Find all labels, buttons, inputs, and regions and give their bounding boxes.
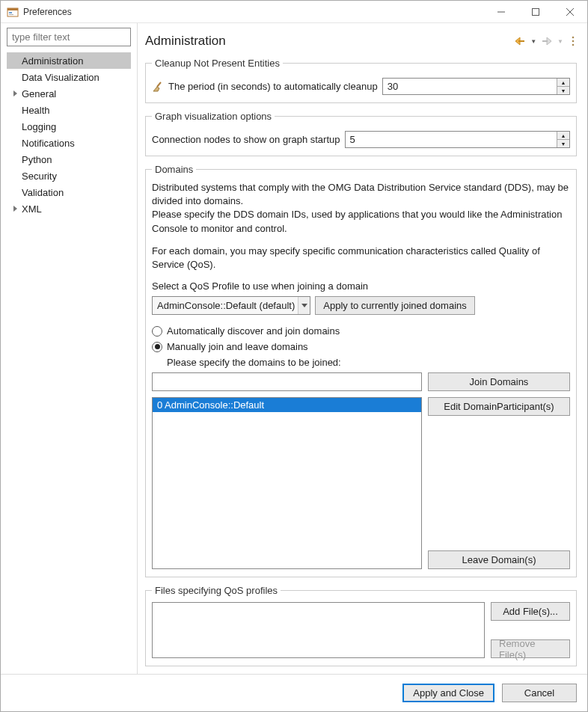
domains-group: Domains Distributed systems that comply … (145, 164, 577, 577)
qos-files-group: Files specifying QoS profiles Add File(s… (145, 585, 577, 666)
content: Administration ▼ ▼ Cleanup Not Present E… (138, 23, 587, 674)
add-files-button[interactable]: Add File(s)... (491, 602, 570, 621)
qos-select-label: Select a QoS Profile to use when joining… (152, 280, 570, 292)
graph-spinner[interactable]: ▲ ▼ (345, 131, 570, 148)
domain-id-input[interactable] (152, 372, 422, 391)
radio-auto-discover[interactable]: Automatically discover and join domains (152, 325, 570, 337)
svg-rect-3 (9, 14, 13, 15)
svg-point-10 (572, 37, 575, 39)
page-title: Administration (145, 34, 512, 49)
apply-and-close-button[interactable]: Apply and Close (402, 684, 494, 702)
chevron-down-icon (298, 297, 310, 314)
header-nav-icons: ▼ ▼ (512, 34, 577, 48)
domains-legend: Domains (152, 164, 196, 175)
back-dropdown-icon[interactable]: ▼ (530, 38, 536, 45)
sidebar-item-label: Security (22, 171, 57, 182)
svg-rect-1 (7, 8, 18, 10)
main-area: AdministrationData VisualizationGeneralH… (1, 23, 587, 674)
svg-rect-5 (533, 9, 539, 16)
graph-legend: Graph visualization options (152, 111, 275, 122)
back-button[interactable] (512, 34, 527, 48)
svg-point-11 (572, 40, 575, 43)
remove-files-button: Remove File(s) (491, 639, 570, 658)
svg-rect-2 (9, 12, 12, 13)
joined-domains-list[interactable]: 0 AdminConsole::Default (152, 397, 422, 569)
minimize-button[interactable] (484, 1, 518, 23)
spinner-up-icon[interactable]: ▲ (557, 132, 569, 140)
domains-desc: Distributed systems that comply with the… (152, 181, 570, 236)
radio-manual-join[interactable]: Manually join and leave domains (152, 341, 570, 352)
spinner-down-icon[interactable]: ▼ (557, 140, 569, 147)
apply-to-domains-button[interactable]: Apply to currently joined domains (315, 296, 475, 315)
sidebar-item-xml[interactable]: XML (7, 200, 131, 217)
titlebar: Preferences (1, 1, 587, 23)
sidebar-item-label: Administration (22, 55, 83, 67)
sidebar-item-label: Notifications (22, 138, 75, 149)
qos-profile-combo[interactable]: AdminConsole::Default (default) (152, 296, 310, 315)
menu-icon[interactable] (569, 35, 577, 47)
forward-button[interactable] (539, 34, 554, 48)
window-title: Preferences (23, 7, 484, 17)
leave-domains-button[interactable]: Leave Domain(s) (428, 550, 570, 569)
graph-label: Connection nodes to show on graph startu… (152, 134, 340, 145)
qos-files-list[interactable] (152, 602, 485, 658)
sidebar-item-label: XML (22, 203, 42, 215)
radio-icon (152, 326, 162, 337)
filter-input[interactable] (7, 28, 131, 46)
sidebar-item-general[interactable]: General (7, 85, 131, 102)
category-tree: AdministrationData VisualizationGeneralH… (7, 52, 131, 217)
window-buttons (484, 1, 587, 22)
edit-participant-button[interactable]: Edit DomainParticipant(s) (428, 397, 570, 416)
cleanup-spinner[interactable]: ▲ ▼ (382, 78, 570, 95)
sidebar-item-label: Health (22, 105, 50, 116)
page-header: Administration ▼ ▼ (145, 31, 577, 52)
svg-line-13 (157, 82, 161, 87)
footer: Apply and Close Cancel (1, 674, 587, 711)
domain-list-item[interactable]: 0 AdminConsole::Default (153, 398, 421, 412)
radio-icon (152, 342, 162, 352)
specify-domains-label: Please specify the domains to be joined: (152, 357, 570, 368)
spinner-down-icon[interactable]: ▼ (557, 87, 569, 94)
sidebar-item-health[interactable]: Health (7, 102, 131, 118)
cleanup-legend: Cleanup Not Present Entities (152, 58, 283, 69)
sidebar-item-data-visualization[interactable]: Data Visualization (7, 69, 131, 85)
broom-icon (152, 81, 164, 93)
join-domains-button[interactable]: Join Domains (428, 372, 570, 391)
cleanup-value[interactable] (383, 79, 557, 94)
sidebar-item-security[interactable]: Security (7, 168, 131, 184)
sidebar-item-logging[interactable]: Logging (7, 118, 131, 135)
qos-files-legend: Files specifying QoS profiles (152, 585, 281, 596)
domains-qos-desc: For each domain, you may specify specifi… (152, 245, 570, 271)
sidebar-item-notifications[interactable]: Notifications (7, 135, 131, 151)
cleanup-group: Cleanup Not Present Entities The period … (145, 58, 577, 103)
chevron-right-icon (11, 90, 20, 96)
svg-point-12 (572, 44, 575, 46)
cleanup-label: The period (in seconds) to automatically… (168, 81, 378, 92)
sidebar-item-label: Data Visualization (22, 72, 99, 83)
sidebar-item-label: Python (22, 154, 52, 165)
cancel-button[interactable]: Cancel (502, 684, 577, 702)
maximize-button[interactable] (518, 1, 553, 23)
radio-manual-label: Manually join and leave domains (167, 341, 308, 352)
chevron-right-icon (11, 206, 20, 212)
sidebar-item-label: Validation (22, 187, 64, 198)
app-icon (7, 6, 19, 18)
spinner-up-icon[interactable]: ▲ (557, 79, 569, 87)
sidebar: AdministrationData VisualizationGeneralH… (1, 23, 138, 674)
forward-dropdown-icon[interactable]: ▼ (557, 38, 563, 45)
graph-value[interactable] (346, 132, 557, 147)
sidebar-item-python[interactable]: Python (7, 151, 131, 168)
graph-group: Graph visualization options Connection n… (145, 111, 577, 156)
close-button[interactable] (553, 1, 587, 23)
qos-profile-value: AdminConsole::Default (default) (157, 300, 295, 311)
sidebar-item-label: General (22, 88, 56, 99)
radio-auto-label: Automatically discover and join domains (167, 325, 340, 337)
sidebar-item-administration[interactable]: Administration (7, 52, 131, 69)
sidebar-item-label: Logging (22, 121, 56, 132)
sidebar-item-validation[interactable]: Validation (7, 184, 131, 200)
